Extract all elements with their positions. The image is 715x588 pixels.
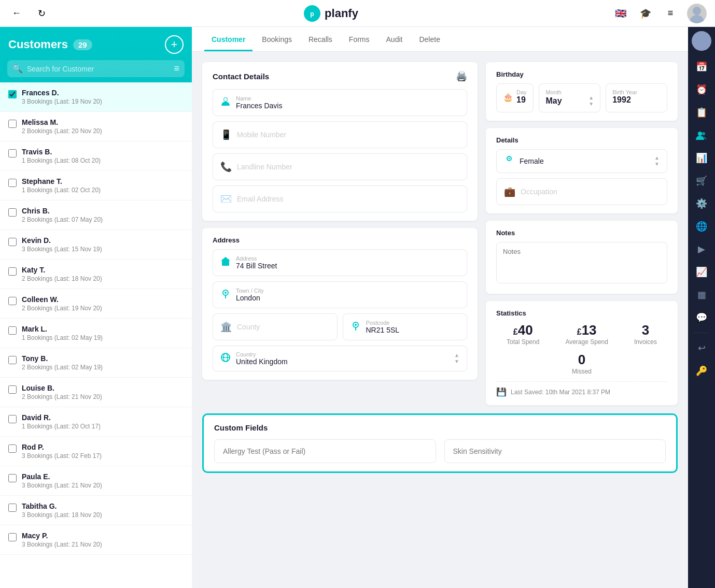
- address-value: 74 Bill Street: [236, 262, 459, 270]
- gender-down-arrow[interactable]: ▼: [654, 162, 660, 167]
- bday-day-box[interactable]: 🎂 Day 19: [496, 83, 534, 112]
- town-label: Town / City: [236, 288, 459, 294]
- tab-recalls[interactable]: Recalls: [301, 27, 340, 51]
- customer-name: Tony B.: [22, 354, 184, 363]
- cap-button[interactable]: 🎓: [637, 5, 654, 22]
- users-sidebar-icon[interactable]: [691, 124, 712, 146]
- list-item[interactable]: Paula E. 3 Bookings (Last: 21 Nov 20): [0, 466, 192, 496]
- print-icon[interactable]: 🖨️: [456, 70, 467, 82]
- last-saved: 💾 Last Saved: 10th Mar 2021 8:37 PM: [496, 381, 667, 397]
- skin-sensitivity-field[interactable]: [444, 439, 666, 463]
- clock-sidebar-icon[interactable]: ⏰: [691, 79, 712, 101]
- country-up-arrow[interactable]: ▲: [454, 353, 459, 358]
- list-item[interactable]: Stephane T. 1 Bookings (Last: 02 Oct 20): [0, 171, 192, 200]
- customer-checkbox[interactable]: [8, 149, 17, 157]
- settings-sidebar-icon[interactable]: ⚙️: [691, 193, 712, 214]
- avatar[interactable]: [687, 4, 707, 23]
- customer-checkbox[interactable]: [8, 120, 17, 128]
- list-item[interactable]: Travis B. 1 Bookings (Last: 08 Oct 20): [0, 141, 192, 171]
- back-button[interactable]: ←: [8, 5, 25, 22]
- customer-checkbox[interactable]: [8, 504, 17, 512]
- tab-audit[interactable]: Audit: [379, 27, 410, 51]
- occupation-field[interactable]: 💼 Occupation: [496, 178, 667, 205]
- add-customer-button[interactable]: +: [165, 35, 184, 54]
- cart-sidebar-icon[interactable]: 🛒: [691, 170, 712, 192]
- customer-checkbox[interactable]: [8, 415, 17, 423]
- country-down-arrow[interactable]: ▼: [454, 359, 459, 364]
- month-up-arrow[interactable]: ▲: [588, 95, 594, 101]
- list-item[interactable]: Kevin D. 3 Bookings (Last: 15 Nov 19): [0, 230, 192, 260]
- month-down-arrow[interactable]: ▼: [588, 102, 594, 107]
- sidebar-header: Customers 29 +: [0, 27, 192, 60]
- invoices-value: 3: [634, 322, 657, 338]
- mobile-field[interactable]: 📱 Mobile Number: [213, 121, 467, 148]
- user-avatar[interactable]: [692, 31, 711, 51]
- list-item[interactable]: Chris B. 2 Bookings (Last: 07 May 20): [0, 200, 192, 230]
- customer-meta: 1 Bookings (Last: 02 Oct 20): [22, 187, 184, 194]
- list-item[interactable]: Mark L. 1 Bookings (Last: 02 May 19): [0, 319, 192, 348]
- bar-chart-sidebar-icon[interactable]: 📈: [691, 261, 712, 283]
- customer-meta: 3 Bookings (Last: 19 Nov 20): [22, 98, 184, 105]
- gender-field[interactable]: Female ▲ ▼: [496, 149, 667, 173]
- customer-checkbox[interactable]: [8, 474, 17, 482]
- notes-textarea[interactable]: [496, 242, 667, 283]
- tab-bookings[interactable]: Bookings: [255, 27, 299, 51]
- list-item[interactable]: Frances D. 3 Bookings (Last: 19 Nov 20): [0, 82, 192, 112]
- main-layout: Customers 29 + 🔍 ≡ Frances D. 3 Bookings…: [0, 27, 715, 588]
- postcode-field[interactable]: Postcode NR21 5SL: [343, 313, 468, 340]
- customer-checkbox[interactable]: [8, 297, 17, 305]
- name-field[interactable]: Name Frances Davis: [213, 89, 467, 116]
- tab-forms[interactable]: Forms: [342, 27, 377, 51]
- globe-sidebar-icon[interactable]: 🌐: [691, 216, 712, 237]
- top-nav: ← ↻ p planfy 🇬🇧 🎓 ≡: [0, 0, 715, 27]
- tab-delete[interactable]: Delete: [412, 27, 447, 51]
- list-item[interactable]: Melissa M. 2 Bookings (Last: 20 Nov 20): [0, 112, 192, 141]
- undo-sidebar-icon[interactable]: ↩: [691, 337, 712, 359]
- customer-checkbox[interactable]: [8, 179, 17, 187]
- chat-sidebar-icon[interactable]: 💬: [691, 307, 712, 328]
- list-item[interactable]: Rod P. 3 Bookings (Last: 02 Feb 17): [0, 437, 192, 466]
- customer-checkbox[interactable]: [8, 208, 17, 217]
- customer-checkbox[interactable]: [8, 326, 17, 335]
- send-sidebar-icon[interactable]: ▶: [691, 238, 712, 260]
- town-field[interactable]: Town / City London: [213, 281, 467, 308]
- customer-checkbox[interactable]: [8, 533, 17, 541]
- address-field[interactable]: Address 74 Bill Street: [213, 249, 467, 276]
- customer-name: Rod P.: [22, 443, 184, 451]
- customer-checkbox[interactable]: [8, 444, 17, 453]
- grid-sidebar-icon[interactable]: ▦: [691, 284, 712, 306]
- calendar-sidebar-icon[interactable]: 📅: [691, 56, 712, 78]
- email-field[interactable]: ✉️ Email Address: [213, 185, 467, 212]
- allergy-test-field[interactable]: [214, 439, 436, 463]
- list-item[interactable]: Tabitha G. 3 Bookings (Last: 18 Nov 20): [0, 496, 192, 525]
- customer-checkbox[interactable]: [8, 90, 17, 98]
- list-item[interactable]: Louise B. 2 Bookings (Last: 21 Nov 20): [0, 378, 192, 407]
- hamburger-button[interactable]: ≡: [662, 5, 679, 22]
- list-item[interactable]: Macy P. 3 Bookings (Last: 21 Nov 20): [0, 525, 192, 555]
- flag-button[interactable]: 🇬🇧: [612, 5, 629, 22]
- tab-customer[interactable]: Customer: [204, 27, 253, 51]
- list-item[interactable]: David R. 1 Bookings (Last: 20 Oct 17): [0, 407, 192, 437]
- filter-icon[interactable]: ≡: [174, 63, 179, 74]
- customer-checkbox[interactable]: [8, 385, 17, 394]
- customer-checkbox[interactable]: [8, 356, 17, 364]
- key-sidebar-icon[interactable]: 🔑: [691, 360, 712, 382]
- gender-up-arrow[interactable]: ▲: [654, 155, 660, 161]
- country-field[interactable]: Country United Kingdom ▲ ▼: [213, 346, 467, 371]
- county-field[interactable]: 🏛️ County: [213, 313, 338, 340]
- list-sidebar-icon[interactable]: 📋: [691, 102, 712, 123]
- list-item[interactable]: Colleen W. 2 Bookings (Last: 19 Nov 20): [0, 289, 192, 319]
- country-label: Country: [236, 351, 449, 357]
- bday-month-box[interactable]: Month May ▲ ▼: [539, 83, 600, 112]
- customer-checkbox[interactable]: [8, 267, 17, 276]
- list-item[interactable]: Tony B. 2 Bookings (Last: 02 May 19): [0, 348, 192, 378]
- refresh-button[interactable]: ↻: [33, 5, 50, 22]
- landline-field[interactable]: 📞 Landline Number: [213, 153, 467, 180]
- logo-icon: p: [304, 5, 320, 22]
- search-input[interactable]: [27, 65, 170, 73]
- svg-point-20: [698, 132, 702, 136]
- bday-year-box[interactable]: Birth Year 1992: [606, 83, 667, 112]
- list-item[interactable]: Katy T. 2 Bookings (Last: 18 Nov 20): [0, 260, 192, 289]
- customer-checkbox[interactable]: [8, 238, 17, 246]
- chart-sidebar-icon[interactable]: 📊: [691, 147, 712, 169]
